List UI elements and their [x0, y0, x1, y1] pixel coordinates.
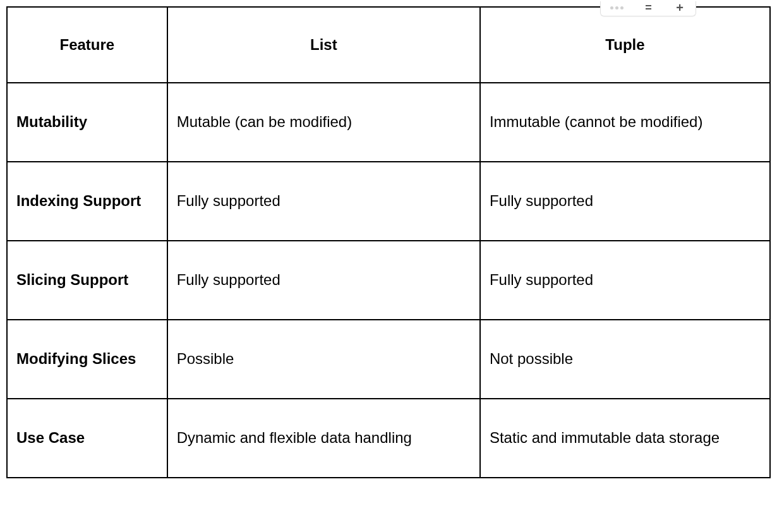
- cell-feature: Slicing Support: [7, 241, 167, 320]
- cell-list: Possible: [167, 320, 480, 399]
- more-options-icon[interactable]: [610, 3, 623, 14]
- header-list: List: [167, 7, 480, 83]
- cell-tuple: Not possible: [480, 320, 770, 399]
- table-row: Use Case Dynamic and flexible data handl…: [7, 399, 770, 478]
- comparison-table: Feature List Tuple Mutability Mutable (c…: [6, 6, 771, 478]
- cell-list: Mutable (can be modified): [167, 83, 480, 162]
- cell-list: Fully supported: [167, 162, 480, 241]
- table-row: Modifying Slices Possible Not possible: [7, 320, 770, 399]
- table-row: Indexing Support Fully supported Fully s…: [7, 162, 770, 241]
- cell-tuple: Static and immutable data storage: [480, 399, 770, 478]
- cell-tuple: Immutable (cannot be modified): [480, 83, 770, 162]
- header-feature: Feature: [7, 7, 167, 83]
- format-icon[interactable]: =: [641, 2, 655, 13]
- cell-feature: Modifying Slices: [7, 320, 167, 399]
- header-tuple: Tuple: [480, 7, 770, 83]
- comparison-table-container: Feature List Tuple Mutability Mutable (c…: [0, 0, 777, 485]
- cell-list: Dynamic and flexible data handling: [167, 399, 480, 478]
- floating-toolbar: = +: [600, 1, 696, 16]
- cell-tuple: Fully supported: [480, 162, 770, 241]
- table-row: Mutability Mutable (can be modified) Imm…: [7, 83, 770, 162]
- cell-list: Fully supported: [167, 241, 480, 320]
- cell-feature: Use Case: [7, 399, 167, 478]
- cell-tuple: Fully supported: [480, 241, 770, 320]
- cell-feature: Indexing Support: [7, 162, 167, 241]
- table-header-row: Feature List Tuple: [7, 7, 770, 83]
- table-row: Slicing Support Fully supported Fully su…: [7, 241, 770, 320]
- cell-feature: Mutability: [7, 83, 167, 162]
- add-icon[interactable]: +: [673, 2, 687, 13]
